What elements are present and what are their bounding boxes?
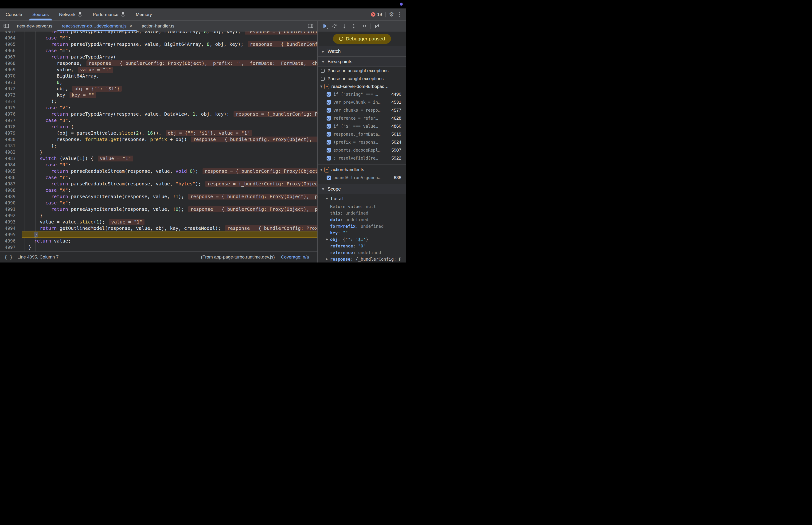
code-text[interactable]: return parseReadableStream(response, val… (16, 168, 198, 174)
scope-variable[interactable]: Return value: null (318, 203, 406, 210)
code-text[interactable]: } (16, 244, 31, 251)
line-number[interactable]: 4984 (0, 162, 16, 168)
breakpoint-entry[interactable]: var chunks = respo…4577 (318, 106, 406, 114)
line-number[interactable]: 4992 (0, 212, 16, 219)
code-text[interactable]: return parseTypedArray(response, value, … (16, 41, 243, 47)
line-number[interactable]: 4983 (0, 155, 16, 162)
gear-icon[interactable]: ⚙ (389, 12, 394, 17)
code-text[interactable]: return parseAsyncIterable(response, valu… (16, 193, 184, 200)
line-number[interactable]: 4991 (0, 206, 16, 212)
code-text[interactable]: obj, (16, 86, 68, 92)
line-number[interactable]: 4982 (0, 149, 16, 155)
breakpoint-entry[interactable]: response._formData…5019 (318, 130, 406, 138)
line-number[interactable]: 4993 (0, 219, 16, 225)
line-number[interactable]: 4966 (0, 47, 16, 54)
line-number[interactable]: 4965 (0, 41, 16, 47)
breakpoint-file-group[interactable]: ▼‹›action-handler.ts (318, 164, 406, 174)
code-text[interactable]: return parseTypedArray(response, value, … (16, 31, 241, 35)
expand-arrow-icon[interactable]: ▶ (326, 238, 328, 241)
line-number[interactable]: 4996 (0, 238, 16, 244)
deactivate-breakpoints-button[interactable] (373, 22, 381, 30)
line-number[interactable]: 4979 (0, 130, 16, 136)
code-text[interactable]: BigUint64Array, (16, 73, 99, 79)
line-number[interactable]: 4988 (0, 187, 16, 193)
breakpoint-entry[interactable]: if ("string" === …4490 (318, 90, 406, 98)
code-text[interactable]: value, (16, 66, 74, 73)
tab-sources[interactable]: Sources (27, 9, 54, 20)
line-number[interactable]: 4985 (0, 168, 16, 174)
line-number[interactable]: 4989 (0, 193, 16, 200)
expand-arrow-icon[interactable]: ▶ (326, 257, 328, 260)
code-text[interactable]: case "m": (16, 47, 71, 54)
line-number[interactable]: 4971 (0, 79, 16, 86)
step-into-button[interactable] (340, 22, 348, 30)
breakpoints-section-header[interactable]: ▼ Breakpoints (318, 56, 406, 67)
scope-variable[interactable]: data: undefined (318, 216, 406, 223)
line-number[interactable]: 4980 (0, 136, 16, 142)
breakpoint-entry[interactable]: var prevChunk = in…4531 (318, 98, 406, 106)
code-text[interactable]: (obj = parseInt(value.slice(2), 16)), (16, 130, 162, 136)
line-number[interactable]: 4976 (0, 111, 16, 117)
scope-variable[interactable]: this: undefined (318, 210, 406, 216)
coverage-link[interactable]: Coverage: n/a (281, 255, 309, 260)
breakpoint-checkbox[interactable] (326, 92, 331, 96)
code-text[interactable]: } (16, 149, 43, 155)
watch-section-header[interactable]: ▶ Watch (318, 46, 406, 56)
line-number[interactable]: 4972 (0, 86, 16, 92)
close-icon[interactable]: × (129, 24, 132, 28)
scope-section-header[interactable]: ▼ Scope (318, 184, 406, 194)
code-text[interactable]: } (16, 231, 38, 238)
error-badge[interactable]: ✕ 19 (371, 12, 382, 17)
code-text[interactable]: case "r": (16, 174, 71, 181)
code-text[interactable]: response._formData.get(response._prefix … (16, 136, 187, 142)
line-number[interactable]: 4997 (0, 244, 16, 251)
code-text[interactable]: return parseReadableStream(response, val… (16, 181, 201, 187)
line-number[interactable]: 4969 (0, 66, 16, 73)
line-number[interactable]: 4967 (0, 54, 16, 60)
file-tab[interactable]: action-handler.ts (137, 21, 179, 31)
breakpoint-checkbox[interactable] (326, 148, 331, 152)
code-text[interactable]: value = value.slice(1); (16, 219, 105, 225)
source-map-file-link[interactable]: app-page-turbo.runtime.dev.js (214, 255, 273, 259)
code-text[interactable]: 8, (16, 79, 62, 86)
tab-performance[interactable]: Performance (88, 9, 131, 20)
tab-console[interactable]: Console (0, 9, 27, 20)
pause-option[interactable]: Pause on uncaught exceptions (318, 67, 406, 75)
code-text[interactable]: } (16, 212, 43, 219)
scope-variable[interactable]: reference: "0" (318, 242, 406, 249)
code-text[interactable]: return getOutlinedModel(response, value,… (16, 225, 221, 231)
line-number[interactable]: 4977 (0, 117, 16, 124)
scope-variable[interactable]: key: "" (318, 229, 406, 236)
breakpoint-entry[interactable]: if ("$" === value…4860 (318, 122, 406, 130)
code-text[interactable]: case "X": (16, 187, 71, 193)
scope-variable[interactable]: formPrefix: undefined (318, 223, 406, 229)
line-number[interactable]: 4987 (0, 181, 16, 187)
breakpoint-checkbox[interactable] (326, 108, 331, 112)
step-out-button[interactable] (350, 22, 358, 30)
code-text[interactable]: return parseAsyncIterable(response, valu… (16, 206, 184, 212)
breakpoint-checkbox[interactable] (326, 132, 331, 137)
scope-local-header[interactable]: ▼ Local (318, 194, 406, 203)
breakpoint-checkbox[interactable] (326, 124, 331, 129)
line-number[interactable]: 4975 (0, 105, 16, 111)
code-text[interactable]: switch (value[1]) { (16, 155, 93, 162)
checkbox[interactable] (321, 77, 325, 81)
scope-variable[interactable]: reference: undefined (318, 249, 406, 256)
breakpoint-entry[interactable]: (prefix = respons…5024 (318, 138, 406, 146)
line-number[interactable]: 4994 (0, 225, 16, 231)
file-tab[interactable]: react-server-do…development.js× (57, 21, 137, 31)
code-text[interactable]: response, (16, 60, 82, 66)
breakpoint-checkbox[interactable] (326, 116, 331, 121)
kebab-menu-icon[interactable] (398, 11, 402, 18)
line-number[interactable]: 4990 (0, 200, 16, 206)
scope-variable[interactable]: temporaryReferences: undefin (318, 262, 406, 262)
breakpoint-checkbox[interactable] (326, 156, 331, 161)
scope-variable[interactable]: ▶obj: {"": '$1'} (318, 236, 406, 242)
line-number[interactable]: 4964 (0, 35, 16, 41)
line-number[interactable]: 4995 (0, 231, 16, 238)
line-number[interactable]: 4968 (0, 60, 16, 66)
line-number[interactable]: 4981 (0, 142, 16, 149)
line-number[interactable]: 4978 (0, 124, 16, 130)
file-tab[interactable]: next-dev-server.ts (12, 21, 57, 31)
breakpoint-checkbox[interactable] (326, 176, 331, 180)
